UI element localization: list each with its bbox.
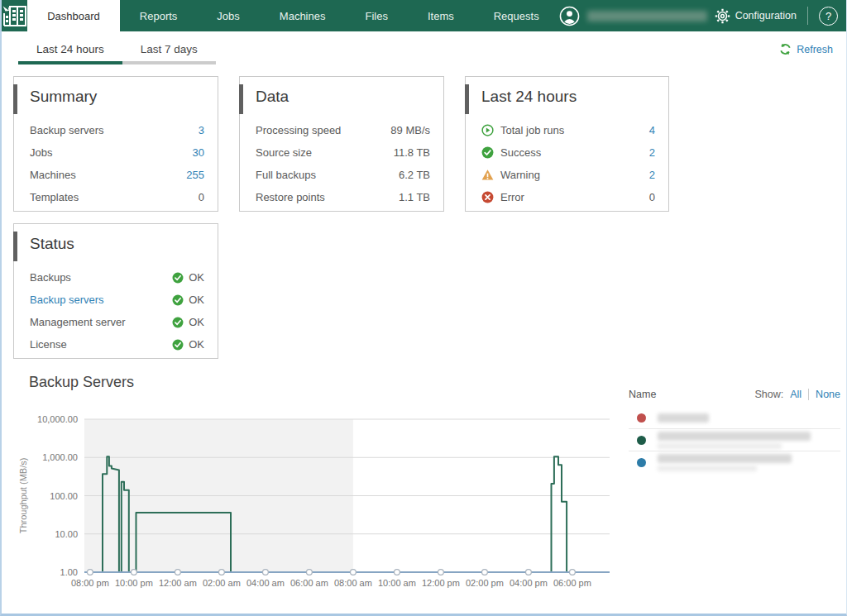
top-nav-bar: Dashboard Reports Jobs Machines Files It… <box>2 0 846 31</box>
tab-machines[interactable]: Machines <box>260 0 346 31</box>
tab-files[interactable]: Files <box>345 0 407 31</box>
row-label: Source size <box>256 146 312 159</box>
summary-row-jobs: Jobs 30 <box>30 141 204 164</box>
full-backups-value: 6.2 TB <box>399 169 430 181</box>
data-row-full-backups: Full backups 6.2 TB <box>256 164 430 186</box>
status-row-backups: Backups OK <box>30 266 204 289</box>
summary-row-backup-servers: Backup servers 3 <box>30 119 204 141</box>
x-tick-label: 02:00 am <box>203 578 241 588</box>
total-job-runs-link[interactable]: 4 <box>649 124 655 136</box>
success-icon <box>481 146 494 159</box>
tab-label: Last 7 days <box>141 43 198 55</box>
row-label: Total job runs <box>500 124 564 136</box>
legend-show-all-link[interactable]: All <box>790 389 802 400</box>
x-tick-label: 04:00 am <box>246 578 285 588</box>
header-right-cluster: Configuration ? <box>559 0 846 31</box>
tab-label: Reports <box>140 10 178 22</box>
app-logo[interactable] <box>2 0 27 31</box>
card-accent-bar <box>239 84 243 114</box>
row-label: Error <box>500 191 524 203</box>
tab-last-24-hours[interactable]: Last 24 hours <box>18 31 122 64</box>
user-avatar-icon[interactable] <box>559 6 580 26</box>
user-name-redacted[interactable] <box>587 11 707 21</box>
row-label: Machines <box>30 169 76 181</box>
tab-label: Machines <box>280 10 326 22</box>
legend-name-redacted <box>658 413 709 423</box>
throughput-chart-canvas: 10,000.001,000.00100.0010.001.0008:00 pm… <box>2 395 630 612</box>
series-marker <box>219 570 225 575</box>
legend-name-redacted <box>658 454 792 471</box>
machines-count-link[interactable]: 255 <box>186 169 204 181</box>
ok-status-icon <box>172 272 184 284</box>
series-marker <box>526 570 532 575</box>
status-row-management-server: Management server OK <box>30 311 204 333</box>
tab-last-7-days[interactable]: Last 7 days <box>122 31 216 64</box>
status-value: OK <box>189 271 204 284</box>
help-button[interactable]: ? <box>819 7 838 26</box>
legend-color-dot <box>637 413 646 423</box>
refresh-button[interactable]: Refresh <box>779 43 833 55</box>
tab-reports[interactable]: Reports <box>120 0 198 31</box>
success-count-link[interactable]: 2 <box>649 146 655 159</box>
ok-status-icon <box>172 317 184 328</box>
legend-item[interactable] <box>629 429 840 451</box>
chart-section-title: Backup Servers <box>29 374 134 391</box>
data-card: Data Processing speed 89 MB/s Source siz… <box>239 76 444 212</box>
job-runs-icon <box>481 124 494 136</box>
card-title: Data <box>256 88 289 106</box>
ok-status-icon <box>172 294 184 306</box>
legend-item[interactable] <box>629 407 840 429</box>
data-row-source-size: Source size 11.8 TB <box>256 141 430 164</box>
series-marker <box>263 570 269 575</box>
app-window: Dashboard Reports Jobs Machines Files It… <box>0 0 847 616</box>
legend-item[interactable] <box>629 451 840 474</box>
status-value: OK <box>189 294 204 306</box>
card-accent-bar <box>13 232 17 261</box>
row-label: Backup servers <box>30 124 104 136</box>
x-tick-label: 08:00 am <box>334 578 372 588</box>
series-marker <box>438 570 444 575</box>
row-error: Error 0 <box>481 186 655 208</box>
tab-items[interactable]: Items <box>408 0 474 31</box>
card-title: Last 24 hours <box>481 88 577 106</box>
tab-label: Items <box>428 10 454 22</box>
last-24-hours-card: Last 24 hours Total job runs 4 <box>465 76 669 212</box>
row-label: Restore points <box>256 191 325 203</box>
row-label: License <box>30 338 67 351</box>
row-label: Management server <box>30 316 126 328</box>
templates-count: 0 <box>199 191 204 203</box>
jobs-count-link[interactable]: 30 <box>193 146 204 159</box>
series-marker <box>570 570 576 575</box>
legend-show-none-link[interactable]: None <box>816 389 840 400</box>
y-tick-label: 100.00 <box>50 491 78 501</box>
tab-jobs[interactable]: Jobs <box>197 0 259 31</box>
series-marker <box>482 570 488 575</box>
status-value: OK <box>189 316 204 328</box>
data-row-processing-speed: Processing speed 89 MB/s <box>256 119 430 141</box>
data-row-restore-points: Restore points 1.1 TB <box>256 186 430 208</box>
configuration-button[interactable]: Configuration <box>715 8 797 24</box>
warning-count-link[interactable]: 2 <box>649 169 655 181</box>
row-label: Success <box>500 146 541 159</box>
status-card: Status Backups OK Backup servers <box>13 223 218 359</box>
x-tick-label: 04:00 pm <box>510 578 548 588</box>
series-marker <box>307 570 313 575</box>
y-tick-label: 1.00 <box>60 567 78 577</box>
tab-dashboard[interactable]: Dashboard <box>27 0 120 31</box>
backup-servers-count-link[interactable]: 3 <box>199 124 204 136</box>
x-tick-label: 06:00 pm <box>553 578 591 588</box>
warning-icon <box>481 169 494 181</box>
tab-requests[interactable]: Requests <box>474 0 559 31</box>
y-tick-label: 10.00 <box>55 529 78 539</box>
series-marker <box>351 570 357 575</box>
card-accent-bar <box>13 84 17 114</box>
x-tick-label: 10:00 pm <box>115 578 153 588</box>
backup-servers-status-link[interactable]: Backup servers <box>30 294 104 306</box>
refresh-icon <box>779 43 792 55</box>
refresh-label: Refresh <box>797 44 833 55</box>
error-count: 0 <box>649 191 655 203</box>
row-total-job-runs: Total job runs 4 <box>481 119 655 141</box>
row-label: Processing speed <box>256 124 341 136</box>
help-icon: ? <box>825 10 831 22</box>
configuration-label: Configuration <box>735 10 797 21</box>
